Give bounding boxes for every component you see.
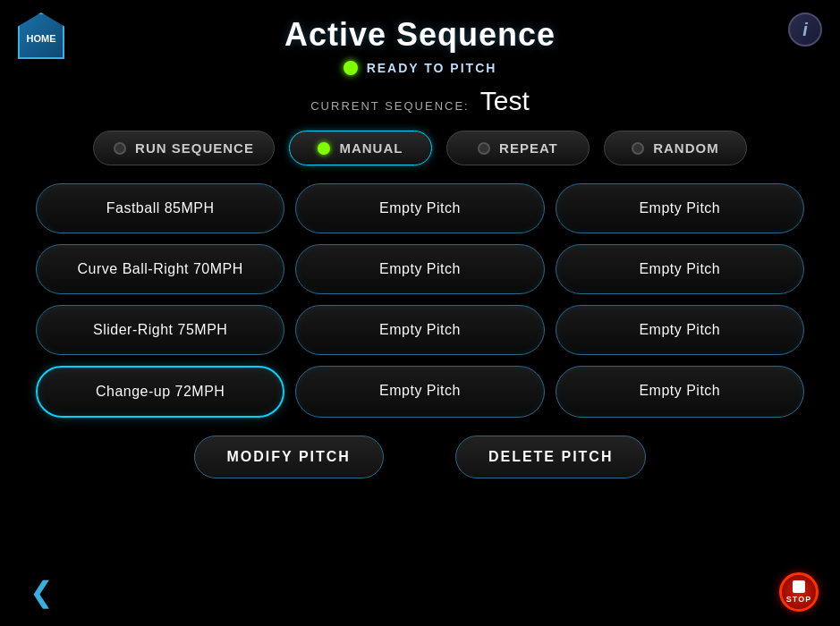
pitch-button-p7[interactable]: Slider-Right 75MPH bbox=[36, 305, 284, 355]
pitch-button-p4[interactable]: Curve Ball-Right 70MPH bbox=[36, 244, 284, 294]
mode-label-manual: MANUAL bbox=[339, 140, 403, 156]
mode-indicator-run-sequence bbox=[114, 142, 126, 155]
pitch-grid: Fastball 85MPHEmpty PitchEmpty PitchCurv… bbox=[0, 169, 840, 418]
delete-pitch-button[interactable]: DELETE PITCH bbox=[455, 436, 647, 478]
back-icon: ❮ bbox=[30, 575, 54, 609]
back-button[interactable]: ❮ bbox=[21, 572, 61, 612]
stop-icon bbox=[793, 580, 805, 593]
pitch-button-p5[interactable]: Empty Pitch bbox=[295, 244, 544, 294]
pitch-button-p2[interactable]: Empty Pitch bbox=[295, 183, 544, 233]
home-button[interactable]: HOME bbox=[18, 13, 64, 59]
pitch-button-p9[interactable]: Empty Pitch bbox=[556, 305, 804, 355]
status-text: READY TO PITCH bbox=[367, 61, 497, 75]
pitch-button-p8[interactable]: Empty Pitch bbox=[295, 305, 544, 355]
stop-button[interactable]: STOP bbox=[779, 572, 819, 612]
pitch-button-p12[interactable]: Empty Pitch bbox=[556, 366, 804, 418]
mode-row: RUN SEQUENCEMANUALREPEATRANDOM bbox=[0, 131, 840, 165]
info-button[interactable]: i bbox=[788, 13, 822, 47]
mode-button-repeat[interactable]: REPEAT bbox=[446, 131, 590, 165]
info-label: i bbox=[802, 20, 808, 40]
page-title: Active Sequence bbox=[284, 16, 556, 54]
mode-indicator-random bbox=[632, 142, 644, 155]
pitch-button-p1[interactable]: Fastball 85MPH bbox=[36, 183, 284, 233]
mode-label-repeat: REPEAT bbox=[499, 140, 558, 156]
mode-indicator-manual bbox=[318, 142, 330, 155]
footer: ❮ STOP bbox=[0, 572, 840, 612]
mode-label-run-sequence: RUN SEQUENCE bbox=[135, 140, 254, 156]
mode-button-run-sequence[interactable]: RUN SEQUENCE bbox=[93, 131, 275, 165]
mode-indicator-repeat bbox=[478, 142, 490, 155]
stop-label: STOP bbox=[786, 595, 811, 604]
modify-pitch-button[interactable]: MODIFY PITCH bbox=[194, 436, 384, 478]
mode-button-random[interactable]: RANDOM bbox=[604, 131, 747, 165]
action-row: MODIFY PITCH DELETE PITCH bbox=[0, 436, 840, 478]
mode-label-random: RANDOM bbox=[653, 140, 719, 156]
header: HOME Active Sequence i bbox=[0, 0, 840, 54]
pitch-button-p11[interactable]: Empty Pitch bbox=[295, 366, 544, 418]
status-dot bbox=[344, 61, 358, 75]
pitch-button-p6[interactable]: Empty Pitch bbox=[556, 244, 804, 294]
pitch-button-p10[interactable]: Change-up 72MPH bbox=[36, 366, 284, 418]
status-bar: READY TO PITCH bbox=[0, 61, 840, 75]
current-sequence-label: CURRENT SEQUENCE: bbox=[310, 99, 470, 113]
mode-button-manual[interactable]: MANUAL bbox=[289, 131, 432, 165]
home-label: HOME bbox=[27, 33, 56, 44]
pitch-button-p3[interactable]: Empty Pitch bbox=[556, 183, 804, 233]
current-sequence-value: Test bbox=[480, 86, 530, 116]
current-sequence-row: CURRENT SEQUENCE: Test bbox=[0, 86, 840, 116]
